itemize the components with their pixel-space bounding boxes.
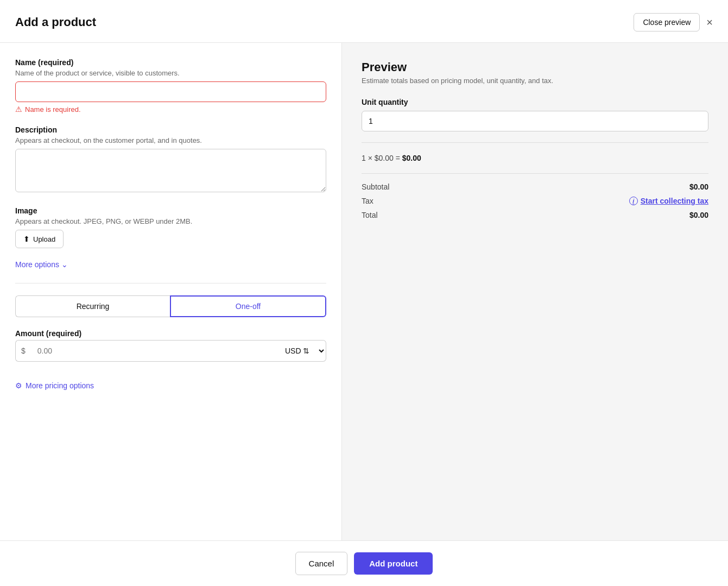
preview-divider-1 [362,142,708,143]
tab-one-off[interactable]: One-off [170,295,326,317]
chevron-down-icon: ⌄ [61,260,68,269]
currency-symbol: $ [15,340,31,362]
name-input[interactable] [15,81,326,102]
upload-label: Upload [33,235,55,243]
tax-label: Tax [362,197,374,205]
start-tax-label: Start collecting tax [641,197,708,205]
name-field-group: Name (required) Name of the product or s… [15,58,326,114]
total-value: $0.00 [689,211,708,219]
unit-quantity-label: Unit quantity [362,98,708,106]
amount-row: $ USD ⇅ EUR ⇅ GBP ⇅ CAD ⇅ AUD ⇅ [15,340,326,362]
modal-footer: Cancel Add product [0,540,728,586]
tax-row: Tax i Start collecting tax [362,197,708,205]
modal-header: Add a product Close preview × [0,0,728,43]
amount-label: Amount (required) [15,329,326,338]
more-options-button[interactable]: More options ⌄ [15,260,326,269]
amount-input[interactable] [31,340,277,362]
subtotal-value: $0.00 [689,182,708,191]
pricing-type-tabs: Recurring One-off [15,295,326,317]
add-product-button[interactable]: Add product [354,552,433,575]
description-description: Appears at checkout, on the customer por… [15,136,326,144]
upload-button[interactable]: ⬆ Upload [15,230,64,248]
modal-body: Name (required) Name of the product or s… [0,43,728,540]
total-label: Total [362,211,378,219]
name-error-text: Name is required. [25,105,81,114]
amount-field-group: Amount (required) $ USD ⇅ EUR ⇅ GBP ⇅ CA… [15,329,326,362]
description-field-group: Description Appears at checkout, on the … [15,125,326,194]
name-description: Name of the product or service, visible … [15,69,326,77]
section-divider [15,283,326,283]
close-x-button[interactable]: × [706,17,713,28]
calculation-row: 1 × $0.00 = $0.00 [362,154,708,162]
cancel-button[interactable]: Cancel [295,552,348,575]
calculation-bold: $0.00 [402,154,421,162]
name-error: ⚠ Name is required. [15,105,326,114]
start-collecting-tax-link[interactable]: i Start collecting tax [629,197,708,205]
image-description: Appears at checkout. JPEG, PNG, or WEBP … [15,217,326,225]
more-options-label: More options [15,260,59,269]
totals-section: Subtotal $0.00 Tax i Start collecting ta… [362,173,708,219]
preview-description: Estimate totals based on pricing model, … [362,77,708,85]
more-pricing-options-button[interactable]: ⚙ More pricing options [15,381,326,390]
calculation-text: 1 × $0.00 = [362,154,402,162]
description-label: Description [15,125,326,134]
error-circle-icon: ⚠ [15,105,22,114]
more-pricing-label: More pricing options [26,381,94,390]
unit-quantity-input[interactable] [362,111,708,131]
image-label: Image [15,206,326,215]
left-panel: Name (required) Name of the product or s… [0,43,342,540]
image-field-group: Image Appears at checkout. JPEG, PNG, or… [15,206,326,248]
header-actions: Close preview × [634,13,713,31]
right-panel: Preview Estimate totals based on pricing… [342,43,728,540]
subtotal-row: Subtotal $0.00 [362,182,708,191]
preview-title: Preview [362,60,708,74]
description-input[interactable] [15,149,326,192]
name-label: Name (required) [15,58,326,67]
info-icon: i [629,197,638,205]
currency-select[interactable]: USD ⇅ EUR ⇅ GBP ⇅ CAD ⇅ AUD ⇅ [277,340,326,362]
page-title: Add a product [15,15,96,29]
subtotal-label: Subtotal [362,182,389,191]
gear-icon: ⚙ [15,381,22,390]
tab-recurring[interactable]: Recurring [15,295,170,317]
total-row: Total $0.00 [362,211,708,219]
upload-icon: ⬆ [23,235,30,243]
close-preview-button[interactable]: Close preview [634,13,700,31]
